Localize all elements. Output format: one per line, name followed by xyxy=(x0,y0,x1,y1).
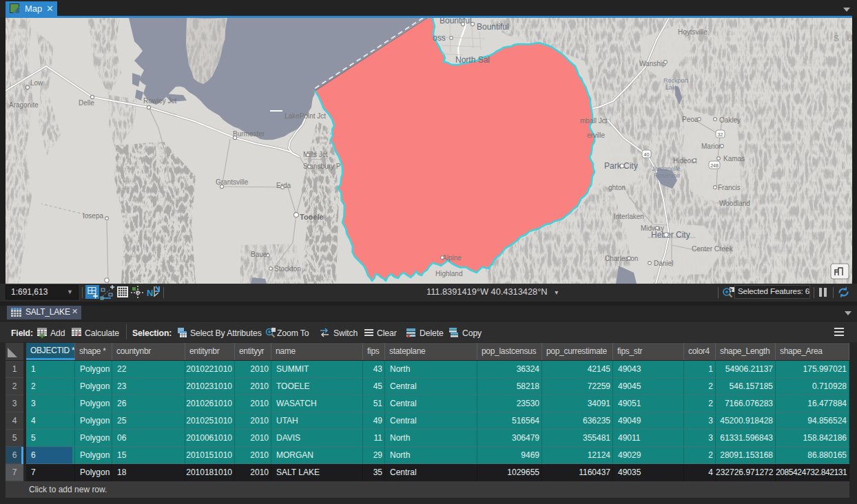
svg-text:Reservoir: Reservoir xyxy=(654,172,681,179)
svg-text:32: 32 xyxy=(718,132,723,137)
svg-text:S U: S U xyxy=(834,34,852,43)
svg-text:Burmester: Burmester xyxy=(233,130,265,138)
svg-text:Stockton: Stockton xyxy=(274,265,301,273)
svg-text:Low: Low xyxy=(30,79,43,87)
svg-text:Iosepa: Iosepa xyxy=(83,212,103,220)
svg-text:LakePoint Jct: LakePoint Jct xyxy=(285,112,326,120)
svg-text:N: N xyxy=(147,288,153,298)
svg-text:Interlaken: Interlaken xyxy=(614,213,644,220)
svg-text:mball Jct: mball Jct xyxy=(580,117,608,125)
svg-text:Tooele: Tooele xyxy=(300,213,324,221)
svg-text:Highland: Highland xyxy=(435,270,462,277)
svg-text:Rockport: Rockport xyxy=(663,77,689,84)
svg-text:erville: erville xyxy=(587,132,606,139)
svg-text:Daniel: Daniel xyxy=(654,260,673,267)
svg-text:Alpine: Alpine xyxy=(442,254,462,262)
svg-text:Charleston: Charleston xyxy=(605,255,638,262)
svg-text:Marion: Marion xyxy=(701,143,723,150)
svg-text:Hoytsville: Hoytsville xyxy=(678,28,708,36)
svg-text:Wanship: Wanship xyxy=(639,60,666,67)
svg-text:Woodland: Woodland xyxy=(719,200,750,207)
svg-text:248: 248 xyxy=(710,163,719,168)
svg-text:Grantsville: Grantsville xyxy=(216,178,249,186)
svg-text:Oakley: Oakley xyxy=(719,116,741,124)
svg-text:40: 40 xyxy=(644,152,650,157)
svg-text:Lake: Lake xyxy=(665,84,679,91)
svg-text:Bountiful: Bountiful xyxy=(440,18,472,25)
svg-text:Bountiful: Bountiful xyxy=(477,22,509,32)
svg-text:Kamas: Kamas xyxy=(723,155,745,162)
svg-text:Francis: Francis xyxy=(718,184,741,191)
svg-text:Jordanelle: Jordanelle xyxy=(652,165,681,172)
svg-text:oss: oss xyxy=(433,33,446,43)
svg-text:Peoa: Peoa xyxy=(682,116,699,123)
svg-text:Delle: Delle xyxy=(79,99,94,107)
svg-text:Aragonite: Aragonite xyxy=(9,101,39,109)
svg-text:North Sal: North Sal xyxy=(455,55,490,65)
svg-text:Rowley Jct: Rowley Jct xyxy=(143,97,177,105)
svg-text:ghton: ghton xyxy=(608,184,626,191)
svg-text:Center Creek: Center Creek xyxy=(692,245,733,253)
svg-text:Heber City: Heber City xyxy=(651,230,690,240)
